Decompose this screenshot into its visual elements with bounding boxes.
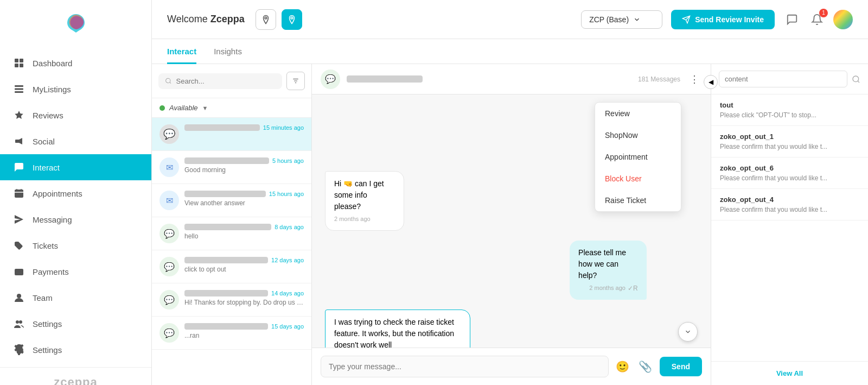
chat-header-name [347,75,631,83]
chat-time: 15 days ago [271,323,304,330]
context-menu-block-user[interactable]: Block User [595,168,681,190]
svg-rect-6 [15,91,23,93]
template-preview: Please confirm that you would like t... [720,206,859,213]
sidebar-item-appointments[interactable]: Appointments [0,180,151,206]
filter-button[interactable] [286,72,305,90]
search-bar [152,64,311,98]
template-item[interactable]: zoko_opt_out_4 Please confirm that you w… [711,189,868,220]
svg-rect-3 [20,64,23,67]
sidebar-item-dashboard[interactable]: Dashboard [0,50,151,76]
tabs-bar: Interact Insights [152,39,868,64]
chat-time: 8 days ago [275,224,304,230]
status-dot [159,105,165,111]
chat-name-bar [184,191,266,197]
welcome-text: Welcome Zceppa [167,14,245,25]
sidebar-item-social[interactable]: Social [0,128,151,154]
attach-button[interactable]: 📎 [637,358,654,375]
topbar-icons [256,9,302,30]
status-text: Available [169,104,198,112]
chat-time: 5 hours ago [272,157,304,164]
send-icon [13,213,25,225]
whatsapp-icon-3: 💬 [164,229,175,239]
panel-toggle-button[interactable]: ◀ [704,75,718,89]
topbar-action-icons: 1 [783,10,853,29]
context-menu-appointment[interactable]: Appointment [595,146,681,168]
template-item[interactable]: zoko_opt_out_6 Please confirm that you w… [711,157,868,189]
chat-input-area: 🙂 📎 Send [312,348,711,385]
svg-point-16 [853,76,859,82]
tab-interact[interactable]: Interact [167,39,196,64]
sidebar-item-settings[interactable]: Settings [0,337,151,363]
main-content: Welcome Zceppa ZCP (Base) Send Review In… [152,0,868,385]
content-area: Available ▼ 💬 15 minutes ago [152,64,868,385]
chat-message-input[interactable] [321,356,609,377]
chat-time: 15 hours ago [269,191,304,197]
more-options-button[interactable]: ⋮ Review ShopNow Appointment Block User … [687,72,702,87]
sidebar-item-interact[interactable]: Interact [0,154,151,180]
chat-item[interactable]: 💬 8 days ago hello [152,217,311,250]
template-item[interactable]: zoko_opt_out_1 Please confirm that you w… [711,126,868,157]
message-platform-icon: ✉ [166,162,173,173]
template-item[interactable]: tout Please click "OPT-OUT" to stop... [711,94,868,126]
whatsapp-header-icon: 💬 [325,74,336,84]
message-text: Please tell me how we can help? 2 months… [570,241,647,300]
search-input[interactable] [176,77,276,85]
svg-point-10 [17,294,21,298]
message-bubble: Hi 🤜 can I get some info please? 2 month… [325,171,457,231]
chat-preview: Good morning [184,166,304,174]
whatsapp-platform-icon: 💬 [163,128,175,140]
sidebar-label-interact: Interact [33,163,60,172]
chat-item[interactable]: 💬 15 minutes ago [152,118,311,151]
message-bubble: I was trying to check the raise ticket f… [325,310,567,348]
send-message-button[interactable]: Send [660,357,702,376]
scroll-down-button[interactable] [678,322,698,342]
chat-preview: hello [184,232,304,240]
sidebar-item-payments[interactable]: Payments [0,258,151,285]
send-plane-icon [682,15,691,24]
search-input-wrap[interactable] [158,73,282,89]
status-bar: Available ▼ [152,98,311,118]
zcp-dropdown[interactable]: ZCP (Base) [581,10,662,29]
tab-insights[interactable]: Insights [214,39,242,64]
sidebar-label-team: Settings [33,319,62,329]
sidebar-item-customers[interactable]: Team [0,285,151,311]
chat-item[interactable]: 💬 15 days ago ...ran [152,317,311,350]
templates-search-input[interactable] [719,71,847,87]
sidebar-label-tickets: Tickets [33,241,58,250]
user-avatar[interactable] [833,10,853,29]
sidebar-item-tickets[interactable]: Tickets [0,232,151,258]
chat-info: 5 hours ago Good morning [184,157,304,174]
sidebar: Dashboard MyListings Reviews Social [0,0,152,385]
chat-header-avatar: 💬 [321,70,340,89]
svg-rect-1 [20,59,23,62]
sidebar-item-reviews[interactable]: Reviews [0,102,151,128]
context-menu-raise-ticket[interactable]: Raise Ticket [595,190,681,211]
sidebar-item-team[interactable]: Settings [0,311,151,337]
context-menu-shopnow[interactable]: ShopNow [595,124,681,146]
chat-item[interactable]: ✉ 15 hours ago View another answer [152,184,311,217]
chat-item[interactable]: 💬 12 days ago click to opt out [152,250,311,283]
chat-item[interactable]: ✉ 5 hours ago Good morning [152,151,311,184]
chat-avatar-wa5: 💬 [159,290,179,310]
location-icon-btn-1[interactable] [256,9,276,30]
emoji-button[interactable]: 🙂 [614,358,631,375]
view-all-button[interactable]: View All [711,361,868,385]
whatsapp-icon-5: 💬 [164,295,175,305]
right-panel: ◀ tout Please click "OPT-OUT" to stop...… [711,64,868,385]
chat-avatar-wa3: 💬 [159,224,179,243]
grid-icon [13,57,25,69]
send-review-button[interactable]: Send Review Invite [671,10,775,29]
sidebar-item-mylistings[interactable]: MyListings [0,76,151,102]
context-menu-review[interactable]: Review [595,103,681,124]
location-icon-btn-2[interactable] [282,9,302,30]
chat-action-icon[interactable] [783,11,801,28]
sidebar-item-messaging[interactable]: Messaging [0,206,151,232]
template-name: zoko_opt_out_1 [720,132,859,141]
chat-info: 14 days ago Hi! Thanks for stopping by. … [184,290,304,306]
notification-icon[interactable]: 1 [808,11,826,28]
chat-item[interactable]: 💬 14 days ago Hi! Thanks for stopping by… [152,283,311,317]
svg-rect-2 [15,64,18,67]
search-icon [165,77,172,85]
status-dropdown-arrow[interactable]: ▼ [202,105,208,111]
tag-icon [13,239,25,251]
